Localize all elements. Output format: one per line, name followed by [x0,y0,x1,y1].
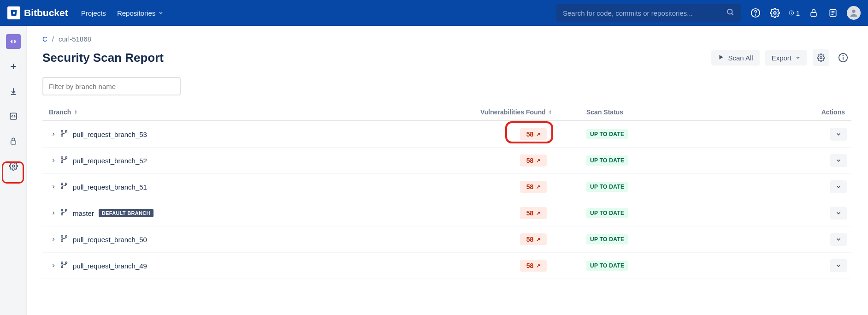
svg-point-40 [61,266,63,268]
header-actions: Scan All Export [711,49,851,66]
page-header: Security Scan Report Scan All Export [42,49,851,66]
doc-icon[interactable] [827,7,838,18]
svg-rect-8 [811,12,816,16]
vuln-cell: 58 ↗ [480,128,586,140]
branch-icon [60,182,68,192]
svg-point-33 [61,209,63,211]
branch-name[interactable]: pull_request_branch_50 [73,236,147,244]
branch-name[interactable]: pull_request_branch_49 [73,262,147,270]
svg-point-38 [65,236,67,238]
branch-icon [60,208,68,218]
main-content: C / curl-51868 Security Scan Report Scan… [27,26,868,315]
svg-point-30 [61,183,63,185]
table-row: master DEFAULT BRANCH 58 ↗ UP TO DATE [42,200,851,226]
vuln-badge[interactable]: 58 ↗ [520,260,547,272]
settings-button[interactable] [813,49,829,66]
sidebar-item-source[interactable] [6,34,21,49]
sidebar-item-settings[interactable] [6,159,21,173]
status-badge: UP TO DATE [586,208,628,218]
sidebar [0,26,27,315]
expand-toggle[interactable] [47,237,60,242]
vuln-count: 58 [526,236,534,243]
vuln-badge[interactable]: 58 ↗ [520,181,547,193]
breadcrumb-current: curl-51868 [59,35,91,43]
status-cell: UP TO DATE [586,208,676,218]
expand-toggle[interactable] [47,158,60,163]
status-badge: UP TO DATE [586,129,628,139]
actions-cell [676,154,847,167]
branch-name[interactable]: pull_request_branch_52 [73,157,147,165]
branch-name[interactable]: pull_request_branch_53 [73,131,147,138]
svg-point-18 [12,165,14,167]
filter-input[interactable] [42,77,181,95]
svg-point-35 [65,209,67,211]
row-actions-menu[interactable] [830,259,847,272]
col-vuln[interactable]: Vulnerabilities Found ▲▼ [480,108,586,116]
svg-point-29 [65,157,67,159]
brand-logo[interactable]: Bitbucket [7,6,68,19]
vuln-badge[interactable]: 58 ↗ [520,128,547,140]
breadcrumb-root[interactable]: C [42,35,47,43]
row-actions-menu[interactable] [830,233,847,246]
page-title: Security Scan Report [42,51,164,65]
expand-toggle[interactable] [47,184,60,190]
svg-point-0 [727,9,732,14]
sidebar-item-create[interactable] [6,59,21,74]
col-branch[interactable]: Branch ▲▼ [47,108,480,116]
expand-toggle[interactable] [47,131,60,137]
lock-icon[interactable] [808,7,819,18]
vuln-cell: 58 ↗ [480,207,586,219]
row-actions-menu[interactable] [830,128,847,141]
svg-rect-17 [11,141,16,144]
actions-cell [676,233,847,246]
gear-icon[interactable] [769,7,780,18]
svg-point-27 [61,157,63,159]
row-actions-menu[interactable] [830,154,847,167]
branch-icon [60,129,68,139]
col-status: Scan Status [586,108,676,116]
row-actions-menu[interactable] [830,180,847,193]
vuln-count: 58 [526,183,534,190]
vuln-badge[interactable]: 58 ↗ [520,207,547,219]
svg-point-4 [774,12,776,14]
branch-icon [60,261,68,271]
brand-text: Bitbucket [24,7,68,18]
branch-cell: pull_request_branch_51 [60,182,480,192]
status-badge: UP TO DATE [586,261,628,271]
svg-point-13 [852,10,855,13]
svg-point-26 [65,131,67,132]
avatar[interactable] [847,6,861,20]
branches-table: Branch ▲▼ Vulnerabilities Found ▲▼ Scan … [42,108,851,279]
info-count[interactable]: 1 [789,7,800,18]
status-cell: UP TO DATE [586,155,676,166]
svg-point-32 [65,183,67,185]
branch-name[interactable]: master [73,209,94,217]
topbar-icons: 1 [750,6,861,20]
svg-point-34 [61,214,63,215]
nav-repositories[interactable]: Repositories [117,9,164,17]
col-actions: Actions [676,108,847,116]
nav-projects[interactable]: Projects [81,9,106,17]
sidebar-item-download[interactable] [6,84,21,99]
expand-toggle[interactable] [47,210,60,216]
help-icon[interactable] [750,7,761,18]
row-actions-menu[interactable] [830,207,847,220]
export-button[interactable]: Export [765,50,807,65]
vuln-badge[interactable]: 58 ↗ [520,233,547,245]
sidebar-item-code[interactable] [6,109,21,124]
expand-toggle[interactable] [47,263,60,268]
chevron-down-icon [158,9,164,17]
sidebar-item-security[interactable] [6,134,21,149]
breadcrumb: C / curl-51868 [42,35,851,43]
branch-cell: master DEFAULT BRANCH [60,208,480,218]
sort-icon: ▲▼ [74,110,77,114]
branch-name[interactable]: pull_request_branch_51 [73,183,147,191]
info-button[interactable] [835,49,851,66]
status-cell: UP TO DATE [586,234,676,244]
svg-point-20 [820,57,822,59]
vuln-badge[interactable]: 58 ↗ [520,155,547,166]
search-input[interactable] [563,9,726,17]
global-search[interactable] [556,4,741,22]
arrow-up-right-icon: ↗ [536,131,540,137]
scan-all-button[interactable]: Scan All [711,50,759,65]
